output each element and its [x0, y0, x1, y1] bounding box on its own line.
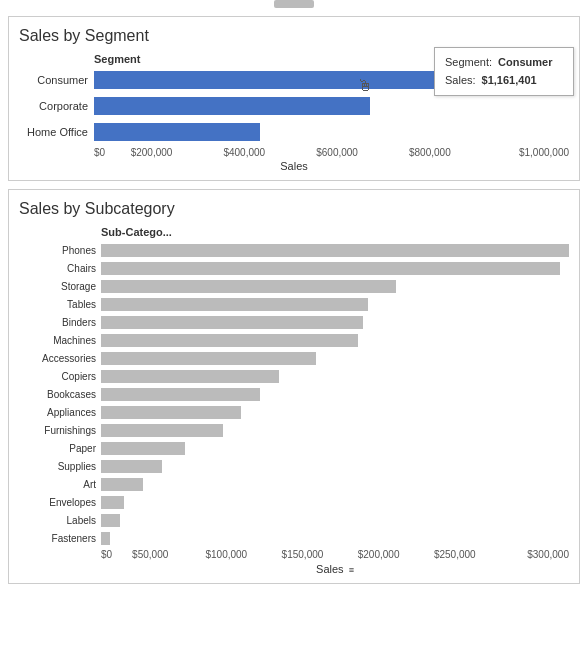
- sub-bar-label-bookcases: Bookcases: [19, 389, 101, 400]
- sub-bar-track-labels[interactable]: [101, 514, 569, 527]
- sub-bar-label-fasteners: Fasteners: [19, 533, 101, 544]
- sub-bar-row-phones: Phones: [19, 242, 569, 258]
- sub-bar-track-paper[interactable]: [101, 442, 569, 455]
- seg-tick-4: $800,000: [383, 147, 476, 158]
- sub-bar-track-supplies[interactable]: [101, 460, 569, 473]
- sub-bar-row-storage: Storage: [19, 278, 569, 294]
- subcategory-axis-label: Sub-Catego...: [101, 226, 569, 238]
- sub-bar-label-copiers: Copiers: [19, 371, 101, 382]
- subcategory-chart-container: Sales by Subcategory Sub-Catego... Phone…: [8, 189, 580, 584]
- sort-icon[interactable]: ≡: [349, 565, 354, 575]
- sub-bar-row-labels: Labels: [19, 512, 569, 528]
- sub-bar-row-copiers: Copiers: [19, 368, 569, 384]
- sub-tick-4: $200,000: [341, 549, 417, 560]
- bar-row-corporate: Corporate: [19, 95, 569, 117]
- sub-bar-row-furnishings: Furnishings: [19, 422, 569, 438]
- sub-bar-label-art: Art: [19, 479, 101, 490]
- seg-tick-2: $400,000: [198, 147, 291, 158]
- sub-tick-2: $100,000: [188, 549, 264, 560]
- segment-x-axis: $0 $200,000 $400,000 $600,000 $800,000 $…: [94, 147, 569, 158]
- sub-bar-label-storage: Storage: [19, 281, 101, 292]
- tooltip-segment-val: Consumer: [498, 54, 552, 72]
- sub-bar-row-paper: Paper: [19, 440, 569, 456]
- bar-track-corporate[interactable]: [94, 97, 569, 115]
- bar-fill-homeoffice: [94, 123, 260, 141]
- subcategory-chart-title: Sales by Subcategory: [19, 200, 569, 218]
- segment-chart-title: Sales by Segment: [19, 27, 569, 45]
- sub-bar-track-bookcases[interactable]: [101, 388, 569, 401]
- sub-bar-row-fasteners: Fasteners: [19, 530, 569, 546]
- sub-bar-track-envelopes[interactable]: [101, 496, 569, 509]
- sub-bar-label-supplies: Supplies: [19, 461, 101, 472]
- seg-tick-3: $600,000: [291, 147, 384, 158]
- tooltip-sales-val: $1,161,401: [482, 72, 537, 90]
- sub-bar-label-phones: Phones: [19, 245, 101, 256]
- sub-bar-row-supplies: Supplies: [19, 458, 569, 474]
- sub-bar-label-furnishings: Furnishings: [19, 425, 101, 436]
- tooltip-segment-key: Segment:: [445, 54, 492, 72]
- bar-fill-corporate: [94, 97, 370, 115]
- sub-bar-row-tables: Tables: [19, 296, 569, 312]
- sub-bar-label-chairs: Chairs: [19, 263, 101, 274]
- top-handle-area: [0, 0, 588, 8]
- sub-bar-row-chairs: Chairs: [19, 260, 569, 276]
- segment-chart-container: Sales by Segment Segment Consumer Corpor…: [8, 16, 580, 181]
- sub-bar-row-accessories: Accessories: [19, 350, 569, 366]
- tooltip-sales-row: Sales: $1,161,401: [445, 72, 563, 90]
- segment-x-label: Sales: [19, 160, 569, 172]
- bar-track-homeoffice[interactable]: [94, 123, 569, 141]
- seg-tick-5: $1,000,000: [476, 147, 569, 158]
- sub-tick-0: $0: [101, 549, 112, 560]
- sub-bar-label-tables: Tables: [19, 299, 101, 310]
- sub-tick-5: $250,000: [417, 549, 493, 560]
- sub-bar-track-chairs[interactable]: [101, 262, 569, 275]
- sub-sales-text: Sales: [316, 563, 344, 575]
- sub-bar-track-copiers[interactable]: [101, 370, 569, 383]
- sub-bar-row-art: Art: [19, 476, 569, 492]
- sub-tick-1: $50,000: [112, 549, 188, 560]
- sub-bar-track-art[interactable]: [101, 478, 569, 491]
- subcategory-x-axis: $0 $50,000 $100,000 $150,000 $200,000 $2…: [101, 549, 569, 560]
- sub-bar-track-accessories[interactable]: [101, 352, 569, 365]
- tooltip-segment-row: Segment: Consumer: [445, 54, 563, 72]
- subcategory-x-label: Sales ≡: [101, 563, 569, 575]
- sub-bar-track-tables[interactable]: [101, 298, 569, 311]
- sub-bar-label-appliances: Appliances: [19, 407, 101, 418]
- sub-bar-label-accessories: Accessories: [19, 353, 101, 364]
- sub-bar-row-binders: Binders: [19, 314, 569, 330]
- sub-bar-label-envelopes: Envelopes: [19, 497, 101, 508]
- sub-bar-label-binders: Binders: [19, 317, 101, 328]
- sub-bar-row-envelopes: Envelopes: [19, 494, 569, 510]
- bar-label-corporate: Corporate: [19, 100, 94, 112]
- sub-bar-track-fasteners[interactable]: [101, 532, 569, 545]
- seg-tick-0: $0: [94, 147, 105, 158]
- sub-bar-row-appliances: Appliances: [19, 404, 569, 420]
- sub-bar-label-paper: Paper: [19, 443, 101, 454]
- sub-bar-label-machines: Machines: [19, 335, 101, 346]
- subcategory-bars: Phones Chairs Storage Tables Binders Mac…: [19, 242, 569, 546]
- sub-tick-6: $300,000: [493, 549, 569, 560]
- bar-label-consumer: Consumer: [19, 74, 94, 86]
- sub-bar-track-binders[interactable]: [101, 316, 569, 329]
- sub-bar-track-storage[interactable]: [101, 280, 569, 293]
- segment-tooltip: Segment: Consumer Sales: $1,161,401: [434, 47, 574, 96]
- sub-bar-track-furnishings[interactable]: [101, 424, 569, 437]
- sub-bar-track-phones[interactable]: [101, 244, 569, 257]
- tooltip-sales-key: Sales:: [445, 72, 476, 90]
- drag-handle[interactable]: [274, 0, 314, 8]
- sub-bar-row-machines: Machines: [19, 332, 569, 348]
- sub-bar-track-appliances[interactable]: [101, 406, 569, 419]
- sub-tick-3: $150,000: [264, 549, 340, 560]
- bar-label-homeoffice: Home Office: [19, 126, 94, 138]
- seg-tick-1: $200,000: [105, 147, 198, 158]
- sub-bar-label-labels: Labels: [19, 515, 101, 526]
- sub-bar-track-machines[interactable]: [101, 334, 569, 347]
- sub-bar-row-bookcases: Bookcases: [19, 386, 569, 402]
- bar-row-homeoffice: Home Office: [19, 121, 569, 143]
